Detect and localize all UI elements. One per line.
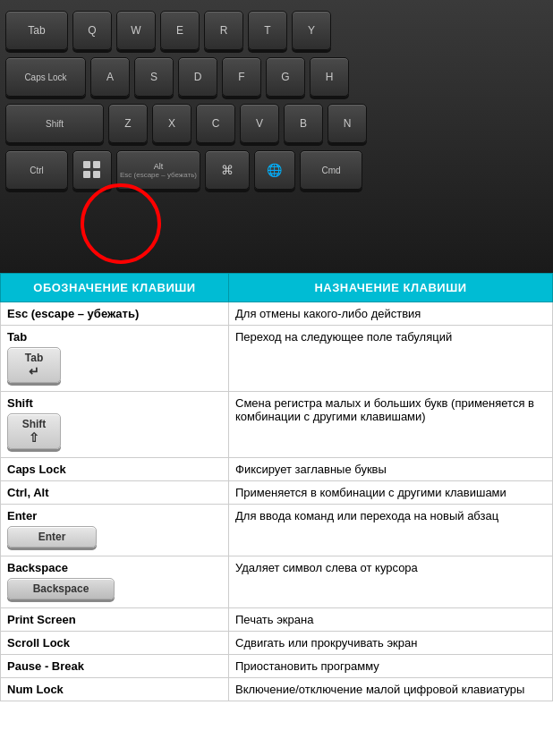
c-key: C [196, 104, 235, 143]
s-key: S [134, 57, 174, 97]
table-row: Shift Shift ⇧ Смена регистра малых и бол… [1, 392, 553, 458]
key-name: Pause - Break [1, 655, 229, 678]
table-row: Scroll Lock Сдвигать или прокручивать эк… [1, 632, 553, 655]
key-name: Enter Enter [1, 505, 229, 556]
g-key: G [266, 57, 305, 97]
key-desc: Для отмены какого-либо действия [229, 302, 553, 326]
key-desc: Фиксирует заглавные буквы [229, 458, 553, 481]
backspace-key-icon: Backspace [7, 578, 115, 599]
a-key: A [90, 57, 130, 97]
table-row: Backspace Backspace Удаляет символ слева… [1, 556, 553, 608]
v-key: V [240, 104, 279, 143]
key-name: Num Lock [1, 678, 229, 701]
table-row: Pause - Break Приостановить программу [1, 655, 553, 678]
keyboard-image: Tab Q W E R T Y Caps Lock A S D F G H Sh… [0, 0, 553, 273]
w-key: W [116, 11, 156, 50]
d-key: D [178, 57, 217, 97]
circle-highlight [81, 183, 161, 264]
f-key: F [222, 57, 261, 97]
col-key-header: ОБОЗНАЧЕНИЕ КЛАВИШИ [1, 274, 229, 302]
key-desc: Удаляет символ слева от курсора [229, 556, 553, 608]
table-row: Enter Enter Для ввода команд или переход… [1, 505, 553, 556]
enter-key-icon: Enter [7, 526, 97, 548]
b-key: B [284, 104, 323, 143]
table-row: Tab Tab ↵ Переход на следующее поле табу… [1, 326, 553, 392]
key-desc: Смена регистра малых и больших букв (при… [229, 392, 553, 458]
col-desc-header: НАЗНАЧЕНИЕ КЛАВИШИ [229, 274, 553, 302]
shift-key: Shift [5, 104, 104, 143]
e-key: E [160, 11, 200, 50]
win-symbol [83, 161, 101, 179]
tab-key: Tab [5, 11, 68, 50]
key-name: Print Screen [1, 608, 229, 632]
t-key: T [248, 11, 287, 50]
ctrl-key: Ctrl [5, 150, 68, 190]
key-name: Ctrl, Alt [1, 481, 229, 505]
tab-key-icon: Tab ↵ [7, 347, 61, 383]
capslock-key: Caps Lock [5, 57, 86, 97]
key-desc: Сдвигать или прокручивать экран [229, 632, 553, 655]
key-name: Tab Tab ↵ [1, 326, 229, 392]
globe-key: 🌐 [254, 150, 295, 190]
table-header-row: ОБОЗНАЧЕНИЕ КЛАВИШИ НАЗНАЧЕНИЕ КЛАВИШИ [1, 274, 553, 302]
q-key: Q [72, 11, 112, 50]
key-desc: Включение/отключение малой цифровой клав… [229, 678, 553, 701]
key-name: Esc (escape – убежать) [1, 302, 229, 326]
n-key: N [328, 104, 367, 143]
keyboard-background: Tab Q W E R T Y Caps Lock A S D F G H Sh… [0, 0, 553, 273]
key-name: Caps Lock [1, 458, 229, 481]
table-row: Esc (escape – убежать) Для отмены какого… [1, 302, 553, 326]
keyboard-reference-table: ОБОЗНАЧЕНИЕ КЛАВИШИ НАЗНАЧЕНИЕ КЛАВИШИ E… [0, 273, 553, 701]
table-row: Caps Lock Фиксирует заглавные буквы [1, 458, 553, 481]
y-key: Y [292, 11, 331, 50]
key-name: Shift Shift ⇧ [1, 392, 229, 458]
key-name: Backspace Backspace [1, 556, 229, 608]
table-row: Print Screen Печать экрана [1, 608, 553, 632]
r-key: R [204, 11, 243, 50]
reference-table: ОБОЗНАЧЕНИЕ КЛАВИШИ НАЗНАЧЕНИЕ КЛАВИШИ E… [0, 273, 553, 701]
key-desc: Для ввода команд или перехода на новый а… [229, 505, 553, 556]
cmd-key: ⌘ [205, 150, 250, 190]
table-row: Num Lock Включение/отключение малой цифр… [1, 678, 553, 701]
key-desc: Применяется в комбинации с другими клави… [229, 481, 553, 505]
key-desc: Переход на следующее поле табуляций [229, 326, 553, 392]
shift-key-icon: Shift ⇧ [7, 413, 61, 449]
cmd-right-key: Cmd [300, 150, 362, 190]
h-key: H [310, 57, 349, 97]
key-desc: Печать экрана [229, 608, 553, 632]
x-key: X [152, 104, 191, 143]
key-desc: Приостановить программу [229, 655, 553, 678]
table-row: Ctrl, Alt Применяется в комбинации с дру… [1, 481, 553, 505]
z-key: Z [108, 104, 148, 143]
key-name: Scroll Lock [1, 632, 229, 655]
win-key [72, 150, 112, 190]
